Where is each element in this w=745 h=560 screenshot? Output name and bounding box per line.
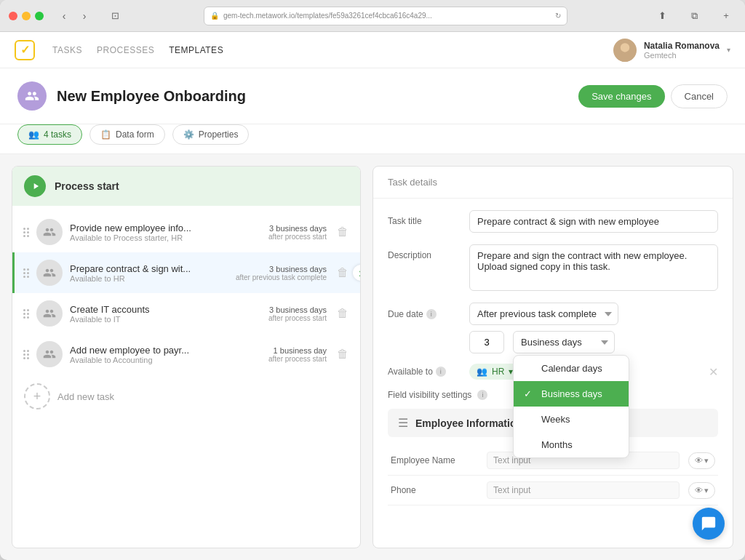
task-timing: 1 business day after process start — [268, 346, 327, 363]
delete-task-button[interactable]: 🗑 — [334, 304, 351, 323]
task-item[interactable]: Create IT accounts Available to IT 3 bus… — [12, 293, 360, 334]
task-days: 3 business days — [268, 224, 327, 233]
task-name: Add new employee to payr... — [70, 345, 261, 356]
dropdown-months[interactable]: Months — [514, 432, 629, 457]
url-bar[interactable]: 🔒 gem-tech.metawork.io/templates/fe59a32… — [204, 7, 567, 25]
drag-handle[interactable] — [23, 228, 29, 237]
add-task-row[interactable]: + Add new task — [12, 375, 360, 418]
process-start-bar: Process start — [12, 167, 360, 206]
task-avatar — [36, 260, 63, 286]
new-tab-button[interactable]: + — [716, 7, 736, 25]
title-field-row: Task title — [388, 210, 718, 233]
task-timing: 3 business days after process start — [268, 224, 327, 241]
tab-tasks-label: 4 tasks — [44, 129, 71, 140]
minimize-button[interactable] — [22, 12, 31, 20]
description-field-row: Description Prepare and sign the contrac… — [388, 244, 718, 291]
field-visibility-toggle[interactable]: 👁 ▾ — [688, 482, 715, 499]
titlebar: ‹ › ⊡ 🔒 gem-tech.metawork.io/templates/f… — [0, 0, 745, 32]
main-nav: TASKS PROCESSES TEMPLATES — [52, 45, 223, 55]
app-header: ✓ TASKS PROCESSES TEMPLATES Natalia Roma… — [0, 32, 745, 68]
task-info: Provide new employee info... Available t… — [70, 223, 261, 242]
section-title: Employee Information — [415, 417, 522, 429]
section-icon: ☰ — [398, 416, 408, 430]
task-after: after previous task complete — [236, 273, 327, 281]
process-start-label: Process start — [55, 180, 119, 192]
dropdown-item-label: Months — [541, 439, 573, 450]
user-info: Natalia Romanova Gemtech — [644, 41, 720, 60]
task-avatar — [36, 300, 63, 327]
task-details-label: Task details — [388, 177, 437, 188]
nav-tasks[interactable]: TASKS — [52, 45, 82, 55]
play-button[interactable] — [24, 175, 46, 197]
app-window: ‹ › ⊡ 🔒 gem-tech.metawork.io/templates/f… — [0, 0, 745, 560]
drag-handle[interactable] — [23, 350, 29, 359]
add-task-label: Add new task — [57, 391, 114, 402]
dropdown-calendar-days[interactable]: Calendar days — [514, 356, 629, 381]
delete-task-button[interactable]: 🗑 — [334, 223, 351, 241]
task-item-selected[interactable]: Prepare contract & sign wit... Available… — [12, 252, 360, 293]
task-name: Prepare contract & sign wit... — [70, 263, 228, 274]
save-button[interactable]: Save changes — [578, 85, 664, 108]
available-to-clear[interactable]: ✕ — [709, 365, 718, 379]
title-input[interactable] — [469, 210, 718, 233]
dropdown-weeks[interactable]: Weeks — [514, 407, 629, 432]
task-days: 1 business day — [268, 346, 327, 355]
drag-handle[interactable] — [23, 268, 29, 278]
description-label: Description — [388, 244, 461, 260]
back-button[interactable]: ‹ — [55, 7, 73, 25]
field-value: Text input — [487, 481, 680, 499]
due-date-info-icon: i — [426, 309, 437, 319]
task-avail: Available to IT — [70, 315, 261, 324]
dropdown-item-label: Calendar days — [541, 363, 602, 374]
user-area: Natalia Romanova Gemtech ▾ — [613, 39, 730, 62]
task-details-header: Task details — [373, 167, 733, 199]
nav-processes[interactable]: PROCESSES — [97, 45, 154, 55]
days-unit-select[interactable]: Calendar days Business days Weeks Months — [513, 331, 615, 353]
due-days-input[interactable] — [469, 331, 504, 353]
task-item[interactable]: Provide new employee info... Available t… — [12, 212, 360, 252]
available-to-label: Available to i — [388, 367, 461, 377]
visibility-chevron: ▾ — [704, 456, 709, 465]
nav-templates[interactable]: TEMPLATES — [169, 45, 223, 55]
tab-properties-label: Properties — [199, 129, 239, 140]
drag-handle[interactable] — [23, 309, 29, 319]
close-button[interactable] — [9, 12, 17, 20]
task-info: Prepare contract & sign wit... Available… — [70, 263, 228, 283]
reader-button[interactable]: ⊡ — [105, 7, 125, 25]
chat-button[interactable] — [693, 508, 725, 540]
description-input[interactable]: Prepare and sign the contract with new e… — [469, 244, 718, 291]
dropdown-item-label: Business days — [541, 388, 602, 399]
task-info: Create IT accounts Available to IT — [70, 304, 261, 324]
field-visibility-toggle[interactable]: 👁 ▾ — [688, 452, 715, 469]
task-avatar — [36, 341, 63, 367]
field-visibility-label: Field visibility settings — [388, 390, 471, 400]
tab-dataform[interactable]: 📋 Data form — [89, 124, 165, 145]
eye-icon: 👁 — [695, 456, 703, 465]
tab-tasks[interactable]: 👥 4 tasks — [17, 124, 82, 145]
delete-task-button[interactable]: 🗑 — [334, 345, 351, 364]
share-button[interactable]: ⬆ — [652, 7, 672, 25]
tab-properties[interactable]: ⚙️ Properties — [172, 124, 250, 145]
dropdown-item-label: Weeks — [541, 414, 570, 425]
task-days: 3 business days — [268, 305, 327, 314]
task-days: 3 business days — [236, 265, 327, 273]
main-area: Process start Provide new employee info.… — [0, 154, 745, 560]
user-name: Natalia Romanova — [644, 41, 720, 51]
cancel-button[interactable]: Cancel — [671, 84, 728, 108]
fullscreen-button[interactable] — [35, 12, 44, 20]
due-date-row: Due date i After process start After pre… — [388, 303, 718, 325]
available-to-info-icon: i — [436, 367, 446, 377]
forward-button[interactable]: › — [76, 7, 93, 25]
right-panel: Task details Task title Description Prep… — [372, 166, 733, 548]
tag-icon: 👥 — [477, 367, 487, 377]
task-item[interactable]: Add new employee to payr... Available to… — [12, 334, 360, 375]
delete-task-button[interactable]: 🗑 — [334, 263, 351, 282]
dropdown-business-days[interactable]: ✓ Business days — [514, 381, 629, 407]
due-date-select[interactable]: After process start After previous task … — [469, 303, 618, 325]
task-name: Provide new employee info... — [70, 223, 261, 233]
task-timing: 3 business days after process start — [268, 305, 327, 322]
svg-point-0 — [621, 43, 629, 52]
duplicate-button[interactable]: ⧉ — [684, 7, 704, 25]
due-days-row: Calendar days Business days Weeks Months… — [388, 331, 718, 353]
tab-tasks-icon: 👥 — [28, 129, 39, 140]
